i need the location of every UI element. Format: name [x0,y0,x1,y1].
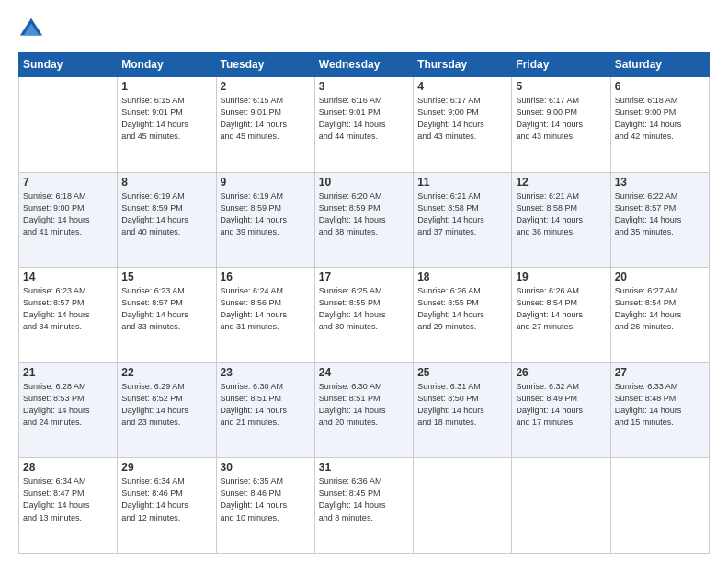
day-number: 16 [221,270,311,283]
day-number: 24 [319,366,409,379]
calendar-cell: 17Sunrise: 6:25 AM Sunset: 8:55 PM Dayli… [314,268,413,363]
day-number: 2 [221,80,311,93]
day-number: 13 [615,176,705,189]
calendar-cell: 6Sunrise: 6:18 AM Sunset: 9:00 PM Daylig… [610,77,709,173]
calendar: SundayMondayTuesdayWednesdayThursdayFrid… [18,52,710,554]
day-number: 31 [319,461,409,474]
day-number: 20 [615,270,705,283]
calendar-cell: 1Sunrise: 6:15 AM Sunset: 9:01 PM Daylig… [118,77,216,173]
calendar-cell: 3Sunrise: 6:16 AM Sunset: 9:01 PM Daylig… [314,77,413,173]
day-info: Sunrise: 6:16 AM Sunset: 9:01 PM Dayligh… [319,95,409,143]
day-number: 8 [121,176,211,189]
day-number: 21 [23,366,113,379]
day-info: Sunrise: 6:17 AM Sunset: 9:00 PM Dayligh… [516,95,606,143]
calendar-cell: 13Sunrise: 6:22 AM Sunset: 8:57 PM Dayli… [610,172,709,268]
day-number: 22 [121,366,211,379]
weekday-header: Saturday [610,52,709,77]
day-info: Sunrise: 6:36 AM Sunset: 8:45 PM Dayligh… [319,476,409,523]
day-info: Sunrise: 6:35 AM Sunset: 8:46 PM Dayligh… [221,476,311,523]
day-number: 26 [516,366,606,379]
day-number: 25 [417,366,507,379]
logo-icon [18,17,44,42]
calendar-cell: 22Sunrise: 6:29 AM Sunset: 8:52 PM Dayli… [118,362,216,458]
calendar-cell: 11Sunrise: 6:21 AM Sunset: 8:58 PM Dayli… [414,172,512,268]
day-info: Sunrise: 6:17 AM Sunset: 9:00 PM Dayligh… [417,95,507,143]
day-info: Sunrise: 6:30 AM Sunset: 8:51 PM Dayligh… [221,381,311,429]
day-number: 4 [417,80,507,93]
weekday-header: Friday [512,52,610,77]
calendar-cell: 10Sunrise: 6:20 AM Sunset: 8:59 PM Dayli… [314,172,413,268]
day-number: 7 [23,176,113,189]
day-number: 6 [615,80,705,93]
calendar-cell: 31Sunrise: 6:36 AM Sunset: 8:45 PM Dayli… [314,458,413,554]
weekday-header: Sunday [19,52,118,77]
day-number: 14 [23,270,113,283]
day-info: Sunrise: 6:32 AM Sunset: 8:49 PM Dayligh… [516,381,606,429]
day-info: Sunrise: 6:29 AM Sunset: 8:52 PM Dayligh… [121,381,211,429]
day-info: Sunrise: 6:25 AM Sunset: 8:55 PM Dayligh… [319,285,409,333]
calendar-cell: 5Sunrise: 6:17 AM Sunset: 9:00 PM Daylig… [512,77,610,173]
day-info: Sunrise: 6:18 AM Sunset: 9:00 PM Dayligh… [615,95,705,143]
logo [18,17,48,42]
calendar-cell [610,458,709,554]
day-info: Sunrise: 6:19 AM Sunset: 8:59 PM Dayligh… [121,190,211,238]
day-number: 19 [516,270,606,283]
calendar-cell: 18Sunrise: 6:26 AM Sunset: 8:55 PM Dayli… [414,268,512,363]
day-info: Sunrise: 6:28 AM Sunset: 8:53 PM Dayligh… [23,381,113,429]
day-number: 9 [221,176,311,189]
weekday-header: Thursday [414,52,512,77]
day-number: 12 [516,176,606,189]
calendar-cell: 16Sunrise: 6:24 AM Sunset: 8:56 PM Dayli… [216,268,314,363]
calendar-cell: 25Sunrise: 6:31 AM Sunset: 8:50 PM Dayli… [414,362,512,458]
day-info: Sunrise: 6:23 AM Sunset: 8:57 PM Dayligh… [23,285,113,333]
calendar-cell: 28Sunrise: 6:34 AM Sunset: 8:47 PM Dayli… [19,458,118,554]
day-info: Sunrise: 6:19 AM Sunset: 8:59 PM Dayligh… [221,190,311,238]
day-info: Sunrise: 6:33 AM Sunset: 8:48 PM Dayligh… [615,381,705,429]
weekday-header: Tuesday [216,52,314,77]
calendar-cell: 2Sunrise: 6:15 AM Sunset: 9:01 PM Daylig… [216,77,314,173]
calendar-cell: 23Sunrise: 6:30 AM Sunset: 8:51 PM Dayli… [216,362,314,458]
day-info: Sunrise: 6:26 AM Sunset: 8:55 PM Dayligh… [417,285,507,333]
day-info: Sunrise: 6:34 AM Sunset: 8:46 PM Dayligh… [121,476,211,523]
day-info: Sunrise: 6:27 AM Sunset: 8:54 PM Dayligh… [615,285,705,333]
day-number: 23 [221,366,311,379]
calendar-cell [512,458,610,554]
calendar-cell: 24Sunrise: 6:30 AM Sunset: 8:51 PM Dayli… [314,362,413,458]
calendar-cell: 8Sunrise: 6:19 AM Sunset: 8:59 PM Daylig… [118,172,216,268]
day-number: 15 [121,270,211,283]
day-number: 5 [516,80,606,93]
day-number: 29 [121,461,211,474]
calendar-cell: 21Sunrise: 6:28 AM Sunset: 8:53 PM Dayli… [19,362,118,458]
day-info: Sunrise: 6:22 AM Sunset: 8:57 PM Dayligh… [615,190,705,238]
day-number: 10 [319,176,409,189]
calendar-cell: 7Sunrise: 6:18 AM Sunset: 9:00 PM Daylig… [19,172,118,268]
header [18,17,710,42]
calendar-cell [414,458,512,554]
day-number: 27 [615,366,705,379]
page: SundayMondayTuesdayWednesdayThursdayFrid… [0,0,728,563]
day-info: Sunrise: 6:21 AM Sunset: 8:58 PM Dayligh… [417,190,507,238]
day-number: 28 [23,461,113,474]
day-info: Sunrise: 6:23 AM Sunset: 8:57 PM Dayligh… [121,285,211,333]
day-info: Sunrise: 6:24 AM Sunset: 8:56 PM Dayligh… [221,285,311,333]
day-number: 3 [319,80,409,93]
weekday-header: Monday [118,52,216,77]
day-info: Sunrise: 6:30 AM Sunset: 8:51 PM Dayligh… [319,381,409,429]
calendar-cell: 20Sunrise: 6:27 AM Sunset: 8:54 PM Dayli… [610,268,709,363]
calendar-cell [19,77,118,173]
day-info: Sunrise: 6:15 AM Sunset: 9:01 PM Dayligh… [221,95,311,143]
day-info: Sunrise: 6:26 AM Sunset: 8:54 PM Dayligh… [516,285,606,333]
calendar-cell: 12Sunrise: 6:21 AM Sunset: 8:58 PM Dayli… [512,172,610,268]
calendar-cell: 27Sunrise: 6:33 AM Sunset: 8:48 PM Dayli… [610,362,709,458]
calendar-cell: 15Sunrise: 6:23 AM Sunset: 8:57 PM Dayli… [118,268,216,363]
calendar-cell: 4Sunrise: 6:17 AM Sunset: 9:00 PM Daylig… [414,77,512,173]
day-info: Sunrise: 6:31 AM Sunset: 8:50 PM Dayligh… [417,381,507,429]
calendar-cell: 9Sunrise: 6:19 AM Sunset: 8:59 PM Daylig… [216,172,314,268]
day-number: 17 [319,270,409,283]
day-info: Sunrise: 6:18 AM Sunset: 9:00 PM Dayligh… [23,190,113,238]
calendar-cell: 26Sunrise: 6:32 AM Sunset: 8:49 PM Dayli… [512,362,610,458]
calendar-cell: 14Sunrise: 6:23 AM Sunset: 8:57 PM Dayli… [19,268,118,363]
day-info: Sunrise: 6:34 AM Sunset: 8:47 PM Dayligh… [23,476,113,523]
calendar-cell: 29Sunrise: 6:34 AM Sunset: 8:46 PM Dayli… [118,458,216,554]
calendar-cell: 30Sunrise: 6:35 AM Sunset: 8:46 PM Dayli… [216,458,314,554]
